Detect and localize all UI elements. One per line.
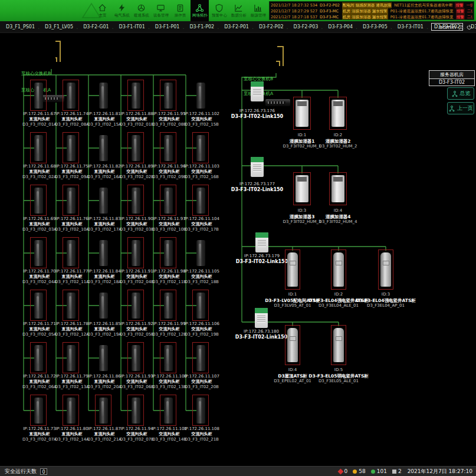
tab-d3-f1-p02[interactable]: D3-F1-P02	[187, 24, 216, 30]
ats-cabinet-node[interactable]	[333, 252, 344, 287]
device-node[interactable]	[99, 293, 108, 319]
tab-d3_f1_ps01[interactable]: D3_F1_PS01	[4, 24, 37, 30]
power-icon[interactable]	[466, 24, 472, 31]
device-node[interactable]	[99, 398, 108, 424]
device-node[interactable]	[99, 135, 108, 161]
device-node[interactable]	[99, 188, 108, 214]
device-label: IP:172.26.11.106交流列头柜D3_F3_IT02_19B	[183, 321, 220, 337]
device-node[interactable]	[164, 345, 173, 371]
device-node[interactable]	[164, 188, 173, 214]
gateway-label: IP:172.26.73.176D3-F3-IT02-Link150	[225, 109, 290, 119]
humidifier-node[interactable]	[296, 100, 308, 127]
device-node[interactable]	[196, 188, 205, 214]
user-box[interactable]: admin	[439, 21, 472, 33]
nav-item-energy[interactable]: 能源管理	[249, 0, 267, 21]
nav-item-shield[interactable]: 预警中心	[210, 0, 228, 21]
nav-item-power-system[interactable]: 电气系统	[113, 0, 131, 21]
device-node[interactable]	[196, 83, 205, 109]
alarm-row[interactable]: 2021/12/7 18:27:18 537D3-F3-MC机房 湿膜加湿器 漏…	[271, 14, 472, 20]
prev-page-button[interactable]: 上一页	[447, 102, 474, 114]
device-node[interactable]	[132, 293, 140, 319]
tab-d3-f2-p03[interactable]: D3-F2-P03	[291, 24, 321, 30]
device-node[interactable]	[34, 83, 43, 109]
device-node[interactable]	[196, 398, 205, 424]
device-node[interactable]	[132, 345, 140, 371]
device-node[interactable]	[164, 240, 173, 266]
nav-item-home[interactable]: 主页	[93, 0, 111, 21]
device-node[interactable]	[34, 398, 43, 424]
device-node[interactable]	[67, 345, 75, 371]
device-node[interactable]	[164, 135, 173, 161]
gateway-node[interactable]	[255, 308, 268, 328]
tab-d3-f1-p01[interactable]: D3-F1-P01	[153, 24, 182, 30]
humidifier-node[interactable]	[296, 175, 308, 202]
nav-item-topology[interactable]: 网络拓扑	[191, 0, 209, 21]
device-node[interactable]	[132, 188, 140, 214]
ats-cabinet-node[interactable]	[333, 328, 344, 362]
nav-item-hvac[interactable]: 暖通系统	[132, 0, 150, 21]
tab-d3-f3-p05[interactable]: D3-F3-P05	[360, 24, 390, 30]
tab-d3_f1_lv05[interactable]: D3_F1_LV05	[42, 24, 75, 30]
nav-item-analysis[interactable]: 数据分析	[229, 0, 248, 21]
gateway-node[interactable]	[255, 232, 268, 252]
nav-item-device-manage[interactable]: 设备管理	[152, 0, 170, 21]
tab-separator: 、	[75, 24, 81, 30]
device-label: IP:172.26.11.91交流列头柜D3_F3_IT02_04B	[119, 269, 155, 285]
device-node[interactable]	[196, 293, 205, 319]
device-node[interactable]	[132, 135, 140, 161]
device-node[interactable]	[34, 240, 43, 266]
device-node[interactable]	[67, 398, 75, 424]
humidifier-node[interactable]	[331, 100, 344, 127]
device-node[interactable]	[67, 135, 75, 161]
gateway-node[interactable]	[251, 81, 264, 101]
device-label: IP:172.26.11.102交流列头柜D3_F3_IT02_15B	[183, 111, 220, 127]
device-label: IP:172.26.11.71直流列头柜D3_F3_IT02_05A	[21, 321, 58, 337]
gateway-node[interactable]	[251, 157, 264, 177]
scada-screen: 主页电气系统暖通系统设备管理操作票网络拓扑预警中心数据分析能源管理统计报表 20…	[0, 0, 476, 476]
alarm-row[interactable]: 2021/12/7 18:27:32 534D3-F2-P02配电间 烟感探测器…	[271, 2, 472, 8]
device-node[interactable]	[164, 398, 173, 424]
tab-d3-f3-p04[interactable]: D3-F3-P04	[326, 24, 355, 30]
device-node[interactable]	[132, 240, 140, 266]
device-node[interactable]	[99, 345, 108, 371]
ats-cabinet-node[interactable]	[287, 328, 298, 362]
right-access-switch[interactable]	[265, 99, 290, 106]
device-node[interactable]	[164, 293, 173, 319]
alarm-row[interactable]: 2021/12/7 18:27:29 527D3-F3-MC机房 湿膜加湿器 漏…	[271, 8, 472, 14]
device-node[interactable]	[132, 398, 140, 424]
tab-d3-f1-it01[interactable]: D3-F1-IT01	[117, 24, 147, 30]
user-icon[interactable]	[458, 24, 464, 31]
tab-d3-f3-it01[interactable]: D3-F3-IT01	[395, 24, 426, 30]
device-node[interactable]	[67, 240, 75, 266]
device-node[interactable]	[99, 240, 108, 266]
device-node[interactable]	[34, 345, 43, 371]
device-node[interactable]	[99, 83, 108, 109]
top-navbar: 主页电气系统暖通系统设备管理操作票网络拓扑预警中心数据分析能源管理统计报表 20…	[0, 0, 476, 21]
device-node[interactable]	[132, 83, 140, 109]
device-label: IP:172.26.11.93交流列头柜D3_F3_IT02_06B	[119, 374, 155, 390]
device-node[interactable]	[196, 345, 205, 371]
humidifier-node[interactable]	[331, 175, 344, 202]
alarm-badge: 报警	[456, 14, 465, 20]
device-node[interactable]	[67, 293, 75, 319]
overview-button[interactable]: 总览	[447, 87, 474, 100]
device-node[interactable]	[67, 188, 75, 214]
tab-d3-f2-g01[interactable]: D3-F2-G01	[81, 24, 111, 30]
device-node[interactable]	[34, 188, 43, 214]
tab-separator: 、	[147, 24, 153, 30]
alarm-badge: 报警	[455, 2, 464, 8]
device-node[interactable]	[67, 83, 75, 109]
device-node[interactable]	[196, 135, 205, 161]
device-node[interactable]	[164, 83, 173, 109]
nav-item-label: 电气系统	[114, 13, 130, 17]
device-node[interactable]	[196, 240, 205, 266]
device-node[interactable]	[34, 135, 43, 161]
tab-d3-f2-p01[interactable]: D3-F2-P01	[222, 24, 251, 30]
device-label: IP:172.26.11.77直流列头柜D3_F3_IT02_11A	[54, 269, 90, 285]
tab-d3-f2-p02[interactable]: D3-F2-P02	[257, 24, 286, 30]
device-node[interactable]	[34, 293, 43, 319]
alarm-message: 机房 湿膜加湿器 漏水报警	[342, 8, 388, 14]
ats-cabinet-node[interactable]	[287, 252, 298, 287]
nav-item-ticket[interactable]: 操作票	[171, 0, 189, 21]
ats-cabinet-node[interactable]	[380, 252, 391, 287]
